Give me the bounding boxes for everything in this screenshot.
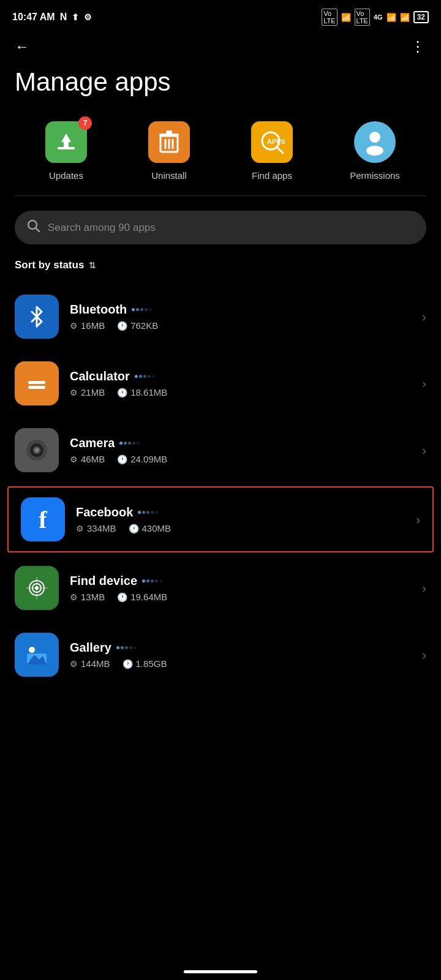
camera-storage: 46MB (81, 454, 105, 464)
signal1-icon: 📶 (341, 13, 351, 22)
finddevice-chevron-icon: › (422, 581, 426, 595)
svg-point-20 (35, 448, 39, 452)
camera-cache: 24.09MB (130, 454, 167, 464)
finddevice-name-row: Find device (70, 574, 417, 588)
calculator-stats: ⚙ 21MB 🕐 18.61MB (70, 387, 417, 398)
bluetooth-name-row: Bluetooth (70, 303, 417, 317)
sort-label: Sort by status (15, 259, 84, 271)
top-nav: ← ⋮ (0, 32, 441, 61)
facebook-storage: 334MB (87, 523, 116, 533)
calculator-loading-icon (135, 375, 155, 378)
svg-point-11 (369, 132, 380, 143)
more-menu-button[interactable]: ⋮ (410, 38, 426, 55)
permissions-icon-wrap (353, 120, 397, 164)
status-right: VoLTE 📶 VoLTE 4G 📶 📶 32 (322, 9, 429, 26)
bluetooth-name: Bluetooth (70, 303, 127, 317)
facebook-name-row: Facebook (76, 505, 411, 519)
back-button[interactable]: ← (15, 38, 29, 55)
camera-cache-stat: 🕐 24.09MB (117, 454, 167, 464)
finddevice-loading-icon (142, 579, 162, 582)
bluetooth-storage: 16MB (81, 320, 105, 331)
bluetooth-app-icon (15, 295, 59, 339)
camera-symbol-icon (24, 437, 50, 463)
page-title: Manage apps (0, 61, 441, 114)
finddevice-storage-stat: ⚙ 13MB (70, 592, 105, 602)
gallery-storage: 144MB (81, 658, 110, 669)
facebook-cache: 430MB (142, 523, 172, 533)
bluetooth-stats: ⚙ 16MB 🕐 762KB (70, 320, 417, 331)
4g-icon: 4G (374, 13, 383, 21)
calculator-icon-wrap (15, 361, 59, 405)
finddevice-stats: ⚙ 13MB 🕐 19.64MB (70, 592, 417, 602)
calculator-symbol-icon (26, 372, 48, 394)
gallery-info: Gallery ⚙ 144MB 🕐 1.85GB (70, 641, 417, 669)
bottom-bar (0, 963, 441, 980)
upload-arrow-icon (55, 131, 77, 153)
sort-row[interactable]: Sort by status ⇅ (0, 254, 441, 284)
app-item-gallery[interactable]: Gallery ⚙ 144MB 🕐 1.85GB (0, 622, 441, 688)
finddevice-symbol-icon (24, 575, 50, 601)
signal2-icon: 📶 (386, 13, 396, 22)
permissions-icon (354, 121, 396, 163)
facebook-app-icon: f (21, 497, 65, 541)
facebook-icon-wrap: f (21, 497, 65, 541)
svg-point-30 (29, 647, 35, 653)
time-display: 10:47 AM (12, 12, 55, 23)
action-updates[interactable]: 7 Updates (26, 120, 106, 181)
facebook-loading-icon (138, 511, 158, 514)
svg-point-12 (366, 146, 383, 156)
action-permissions[interactable]: Permissions (335, 120, 415, 181)
fb-storage-icon: ⚙ (76, 524, 84, 533)
app-item-bluetooth[interactable]: Bluetooth ⚙ 16MB 🕐 762KB (0, 284, 441, 350)
fd-storage-icon: ⚙ (70, 592, 78, 602)
uninstall-icon (148, 121, 190, 163)
calculator-name: Calculator (70, 369, 130, 383)
facebook-stats: ⚙ 334MB 🕐 430MB (76, 523, 411, 533)
bluetooth-chevron-icon: › (422, 310, 426, 324)
action-uninstall[interactable]: Uninstall (129, 120, 209, 181)
app-item-calculator[interactable]: Calculator ⚙ 21MB 🕐 18.61MB (0, 350, 441, 417)
camera-name: Camera (70, 436, 115, 450)
apps-search-icon: APPS (258, 129, 285, 156)
calculator-name-row: Calculator (70, 369, 417, 383)
calc-cache-icon: 🕐 (117, 388, 127, 398)
trash-icon (158, 130, 180, 154)
uninstall-icon-wrap (147, 120, 191, 164)
svg-marker-1 (61, 134, 71, 147)
camera-icon-wrap (15, 428, 59, 472)
camera-storage-stat: ⚙ 46MB (70, 454, 105, 464)
bluetooth-loading-icon (132, 308, 152, 311)
app-item-finddevice[interactable]: Find device ⚙ 13MB 🕐 19.64MB (0, 555, 441, 622)
svg-rect-0 (58, 147, 75, 149)
finddevice-info: Find device ⚙ 13MB 🕐 19.64MB (70, 574, 417, 602)
cam-storage-icon: ⚙ (70, 454, 78, 464)
search-bar[interactable]: Search among 90 apps (15, 211, 426, 244)
bluetooth-symbol-icon (26, 306, 48, 328)
gallery-icon-wrap (15, 633, 59, 677)
svg-rect-4 (166, 130, 172, 134)
app-item-facebook[interactable]: f Facebook ⚙ 334MB 🕐 (7, 486, 434, 552)
app-item-camera[interactable]: Camera ⚙ 46MB 🕐 24.09MB (0, 417, 441, 484)
camera-loading-icon (119, 442, 140, 445)
home-indicator (184, 970, 257, 973)
gallery-name-row: Gallery (70, 641, 417, 655)
calculator-cache: 18.61MB (130, 387, 167, 398)
action-findapps[interactable]: APPS Find apps (232, 120, 312, 181)
netflix-icon: N (60, 12, 67, 23)
camera-chevron-icon: › (422, 443, 426, 458)
svg-rect-16 (28, 386, 45, 389)
facebook-f-letter: f (39, 505, 47, 534)
camera-info: Camera ⚙ 46MB 🕐 24.09MB (70, 436, 417, 464)
bluetooth-cache: 762KB (130, 320, 158, 331)
permissions-label: Permissions (350, 170, 400, 181)
finddevice-storage: 13MB (81, 592, 105, 602)
fb-cache-icon: 🕐 (129, 524, 139, 533)
search-placeholder-text: Search among 90 apps (48, 222, 156, 234)
sort-arrows-icon: ⇅ (89, 260, 96, 270)
gallery-loading-icon (116, 646, 137, 649)
volte-icon: VoLTE (322, 9, 337, 26)
gallery-cache: 1.85GB (136, 658, 167, 669)
calc-storage-icon: ⚙ (70, 388, 78, 398)
bluetooth-icon-wrap (15, 295, 59, 339)
svg-line-14 (36, 228, 39, 232)
